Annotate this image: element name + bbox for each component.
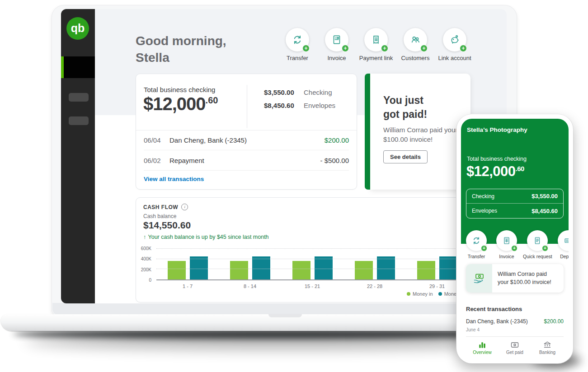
cashflow-plot (156, 249, 468, 280)
gridline (156, 269, 468, 269)
phone-total-balance: $12,000.60 (466, 163, 524, 180)
phone-action-invoice[interactable]: + Invoice (492, 230, 521, 259)
view-all-transactions-link[interactable]: View all transactions (144, 176, 204, 182)
quick-action-link-account[interactable]: + Link account (434, 28, 475, 61)
quick-action-label: Customers (395, 55, 436, 61)
plus-badge-icon: + (302, 45, 310, 52)
notification-text: William Corrao paid your $100.00 invoice… (492, 264, 564, 293)
quick-action-customers[interactable]: + Customers (395, 28, 436, 61)
transfer-icon: + (286, 28, 309, 51)
payment-notification-card[interactable]: William Corrao paid your $100.00 invoice… (466, 264, 564, 293)
up-arrow-icon: ↑ (143, 233, 146, 240)
transaction-date: June 4 (466, 327, 480, 332)
legend-money-in: Money in (407, 291, 433, 297)
got-paid-message: William Corrao paid your $100.00 invoice… (383, 125, 461, 144)
bar-money-out (439, 256, 457, 279)
x-axis-label: 8 - 14 (219, 284, 281, 289)
nav-label: Banking (531, 350, 564, 355)
transaction-row[interactable]: 06/04 Dan Cheng, Bank (-2345) $200.00 (144, 130, 349, 150)
quick-request-icon: + (527, 230, 548, 251)
see-details-button[interactable]: See details (383, 150, 428, 163)
y-axis-tick: 0 (149, 278, 151, 283)
transaction-amount: - $500.00 (320, 157, 349, 164)
balance-cents: .60 (206, 95, 218, 105)
y-axis-tick: 400K (141, 256, 151, 261)
cashflow-categories: 1 - 78 - 1415 - 2122 - 2829 - 31 (156, 284, 468, 289)
account-label: Checking (304, 88, 332, 96)
greeting: Good morning, Stella (136, 33, 226, 66)
cash-trend-text: Your cash balance is up by $45 since las… (148, 234, 269, 240)
laptop-screen: qb Good morning, Stella + (61, 9, 507, 303)
account-amount: $3,550.00 (532, 193, 558, 200)
checking-card: Total business checking $12,000.60 $3,55… (136, 74, 357, 190)
laptop-bezel-bottom (52, 303, 516, 315)
cashflow-yticks: 600K400K200K0 (136, 249, 153, 280)
phone-account-row[interactable]: Envelopes $8,450.60 (466, 204, 563, 218)
quick-action-transfer[interactable]: + Transfer (277, 28, 318, 61)
phone-balance-label: Total business checking (467, 156, 527, 162)
phone-action-label: Transfer (462, 254, 491, 259)
plus-badge-icon: + (511, 245, 517, 251)
quick-action-invoice[interactable]: + Invoice (316, 28, 357, 61)
transaction-row[interactable]: 06/02 Repayment - $500.00 (144, 150, 349, 171)
invoice-icon: + (325, 28, 348, 51)
recent-transactions-title: Recent transactions (466, 306, 522, 312)
accounts-breakdown: $3,550.00 Checking $8,450.60 Envelopes (264, 88, 335, 115)
quick-action-label: Transfer (277, 55, 318, 61)
cash-trend: ↑Your cash balance is up by $45 since la… (143, 233, 269, 240)
account-row: $3,550.00 Checking (264, 88, 335, 96)
paid-card-accent-bar (365, 74, 370, 190)
laptop-base-notch (268, 314, 302, 317)
plus-badge-icon: + (342, 45, 349, 52)
phone-action-deposit[interactable]: + Deposit (554, 230, 569, 259)
plus-badge-icon: + (460, 45, 467, 52)
phone-account-row[interactable]: Checking $3,550.00 (466, 189, 563, 204)
got-paid-title: You just got paid! (383, 93, 427, 121)
bar-money-out (315, 256, 333, 279)
transaction-date: 06/02 (144, 157, 169, 164)
quickbooks-logo[interactable]: qb (66, 17, 89, 40)
bar-group (156, 249, 219, 279)
plus-badge-icon: + (420, 45, 428, 52)
laptop-frame: qb Good morning, Stella + (52, 5, 517, 315)
cash-balance-label: Cash balance (143, 213, 176, 219)
cashflow-header: CASH FLOW i (143, 204, 188, 210)
bar-money-out (377, 256, 395, 279)
bar-group (343, 249, 406, 279)
got-paid-title-line2: got paid! (383, 107, 427, 121)
gridline (156, 248, 468, 249)
sidebar: qb (61, 9, 95, 303)
phone-green-panel: Stella’s Photography Total business chec… (461, 119, 569, 244)
cashflow-bars (156, 249, 468, 279)
payment-link-icon: + (364, 28, 388, 51)
phone-action-quick-request[interactable]: + Quick request (523, 230, 552, 259)
phone-balance-cents: .60 (516, 165, 524, 172)
piggy-bank-icon: + (443, 28, 466, 51)
quick-action-payment-link[interactable]: + Payment link (356, 28, 396, 61)
info-icon[interactable]: i (181, 204, 188, 210)
nav-banking[interactable]: Banking (531, 341, 564, 359)
phone-transaction-row[interactable]: Dan Cheng, Bank (-2345) $200.00 (466, 318, 564, 325)
marketing-composite: qb Good morning, Stella + (0, 0, 588, 372)
phone-action-transfer[interactable]: + Transfer (462, 230, 491, 259)
sidebar-menu-placeholder-1[interactable] (69, 93, 89, 102)
nav-get-paid[interactable]: Get paid (499, 341, 531, 359)
bar-money-in (168, 261, 186, 279)
nav-label: Get paid (499, 350, 531, 355)
nav-overview[interactable]: Overview (466, 341, 499, 359)
transaction-description: Repayment (169, 157, 320, 164)
got-paid-card: You just got paid! William Corrao paid y… (370, 74, 470, 190)
money-hand-icon (466, 264, 492, 293)
bar-money-in (292, 261, 310, 279)
x-axis-label: 22 - 28 (343, 284, 406, 289)
greeting-line2: Stella (136, 49, 226, 66)
sidebar-active-item[interactable] (61, 56, 95, 78)
quick-action-label: Payment link (356, 55, 396, 61)
cashflow-section-label: CASH FLOW (143, 204, 178, 210)
y-axis-tick: 200K (141, 267, 151, 272)
bar-group (281, 249, 343, 279)
phone-accounts-box: Checking $3,550.00 Envelopes $8,450.60 (466, 189, 564, 219)
sidebar-menu-placeholder-2[interactable] (69, 116, 89, 125)
legend-label: Money in (413, 291, 433, 297)
cashflow-card: CASH FLOW i Cash balance $14,550.60 ↑You… (136, 197, 470, 302)
